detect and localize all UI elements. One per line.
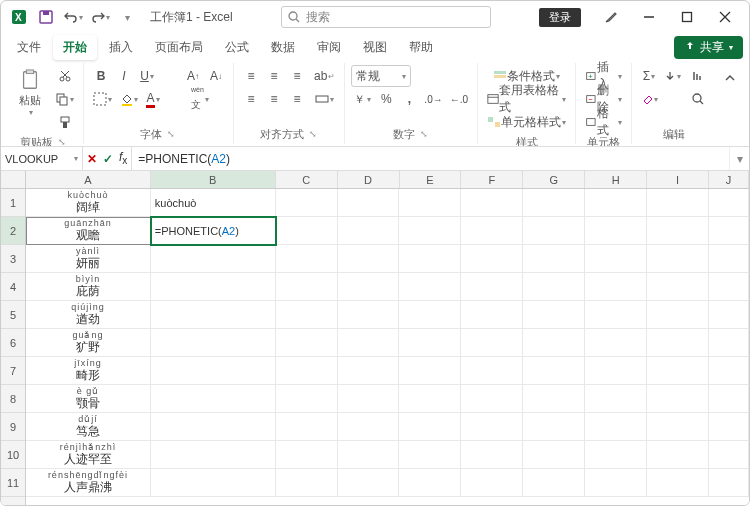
row-header-6[interactable]: 6 [1, 329, 25, 357]
cell-F8[interactable] [461, 385, 523, 413]
name-box[interactable]: VLOOKUP ▾ [1, 147, 83, 170]
underline-button[interactable]: U▾ [136, 65, 158, 87]
align-middle-button[interactable]: ≡ [263, 65, 285, 87]
tab-layout[interactable]: 页面布局 [145, 35, 213, 60]
cell-H5[interactable] [585, 301, 647, 329]
row-header-3[interactable]: 3 [1, 245, 25, 273]
col-header-E[interactable]: E [400, 171, 462, 188]
row-header-2[interactable]: 2 [1, 217, 25, 245]
table-format-button[interactable]: 套用表格格式▾ [484, 88, 569, 110]
cell-F6[interactable] [461, 329, 523, 357]
increase-decimal-button[interactable]: .0→ [421, 88, 445, 110]
cell-F5[interactable] [461, 301, 523, 329]
cell-I10[interactable] [647, 441, 709, 469]
cell-D11[interactable] [338, 469, 400, 497]
cell-D9[interactable] [338, 413, 400, 441]
cell-I11[interactable] [647, 469, 709, 497]
cell-C11[interactable] [276, 469, 338, 497]
cell-A8[interactable]: è gǔ颚骨 [26, 385, 151, 413]
cell-C2[interactable] [276, 217, 338, 245]
cell-G9[interactable] [523, 413, 585, 441]
pen-icon[interactable] [593, 3, 629, 31]
cell-E3[interactable] [399, 245, 461, 273]
cell-E1[interactable] [399, 189, 461, 217]
wrap-text-button[interactable]: ab↵ [311, 65, 338, 87]
cell-C7[interactable] [276, 357, 338, 385]
cell-H11[interactable] [585, 469, 647, 497]
cell-A3[interactable]: yànlì妍丽 [26, 245, 151, 273]
cell-G5[interactable] [523, 301, 585, 329]
row-header-8[interactable]: 8 [1, 385, 25, 413]
cell-G7[interactable] [523, 357, 585, 385]
cell-A11[interactable]: rénshēngdǐngfèi人声鼎沸 [26, 469, 151, 497]
cell-I5[interactable] [647, 301, 709, 329]
row-header-1[interactable]: 1 [1, 189, 25, 217]
cell-I1[interactable] [647, 189, 709, 217]
redo-icon[interactable]: ▾ [88, 5, 112, 29]
cell-F4[interactable] [461, 273, 523, 301]
row-header-9[interactable]: 9 [1, 413, 25, 441]
select-all-corner[interactable] [1, 171, 26, 189]
merge-button[interactable]: ▾ [311, 88, 338, 110]
font-color-button[interactable]: A▾ [142, 88, 164, 110]
cell-I6[interactable] [647, 329, 709, 357]
save-icon[interactable] [34, 5, 58, 29]
number-launcher[interactable]: ⤡ [418, 129, 430, 141]
cell-E11[interactable] [399, 469, 461, 497]
maximize-button[interactable] [669, 3, 705, 31]
tab-file[interactable]: 文件 [7, 35, 51, 60]
cell-J1[interactable] [709, 189, 749, 217]
cell-G1[interactable] [523, 189, 585, 217]
cell-J10[interactable] [709, 441, 749, 469]
cell-G4[interactable] [523, 273, 585, 301]
cell-F1[interactable] [461, 189, 523, 217]
enter-formula-button[interactable]: ✓ [103, 152, 113, 166]
paste-button[interactable]: 粘贴 ▾ [11, 65, 49, 121]
formula-input[interactable]: =PHONETIC(A2) [132, 147, 729, 170]
cell-A9[interactable]: dǔjí笃急 [26, 413, 151, 441]
cell-E2[interactable] [399, 217, 461, 245]
cell-I4[interactable] [647, 273, 709, 301]
tab-insert[interactable]: 插入 [99, 35, 143, 60]
cell-B4[interactable] [151, 273, 276, 301]
align-bottom-button[interactable]: ≡ [286, 65, 308, 87]
clipboard-launcher[interactable]: ⤡ [56, 137, 68, 148]
share-button[interactable]: 共享 ▾ [674, 36, 743, 59]
cell-I7[interactable] [647, 357, 709, 385]
cell-E4[interactable] [399, 273, 461, 301]
cell-B5[interactable] [151, 301, 276, 329]
col-header-C[interactable]: C [276, 171, 338, 188]
cell-J2[interactable] [709, 217, 749, 245]
cell-E10[interactable] [399, 441, 461, 469]
alignment-launcher[interactable]: ⤡ [307, 129, 319, 141]
cut-button[interactable] [52, 65, 77, 87]
border-button[interactable]: ▾ [90, 88, 115, 110]
cell-F9[interactable] [461, 413, 523, 441]
cell-G8[interactable] [523, 385, 585, 413]
copy-button[interactable]: ▾ [52, 88, 77, 110]
phonetic-button[interactable]: wén文▾ [188, 88, 212, 110]
sort-filter-button[interactable] [687, 65, 709, 87]
cell-I2[interactable] [647, 217, 709, 245]
tab-home[interactable]: 开始 [53, 35, 97, 60]
qat-customize-icon[interactable]: ▾ [115, 5, 139, 29]
cell-A1[interactable]: kuòchuò阔绰 [26, 189, 151, 217]
cell-D8[interactable] [338, 385, 400, 413]
cell-C9[interactable] [276, 413, 338, 441]
cell-B7[interactable] [151, 357, 276, 385]
cell-D3[interactable] [338, 245, 400, 273]
cell-C5[interactable] [276, 301, 338, 329]
col-header-A[interactable]: A [26, 171, 151, 188]
decrease-decimal-button[interactable]: ←.0 [447, 88, 471, 110]
align-right-button[interactable]: ≡ [286, 88, 308, 110]
align-center-button[interactable]: ≡ [263, 88, 285, 110]
cell-J4[interactable] [709, 273, 749, 301]
cell-D10[interactable] [338, 441, 400, 469]
cell-A10[interactable]: rénjìhǎnzhì人迹罕至 [26, 441, 151, 469]
row-header-7[interactable]: 7 [1, 357, 25, 385]
col-header-D[interactable]: D [338, 171, 400, 188]
expand-formula-bar-button[interactable]: ▾ [729, 147, 749, 170]
cell-D4[interactable] [338, 273, 400, 301]
row-header-11[interactable]: 11 [1, 469, 25, 497]
col-header-G[interactable]: G [523, 171, 585, 188]
